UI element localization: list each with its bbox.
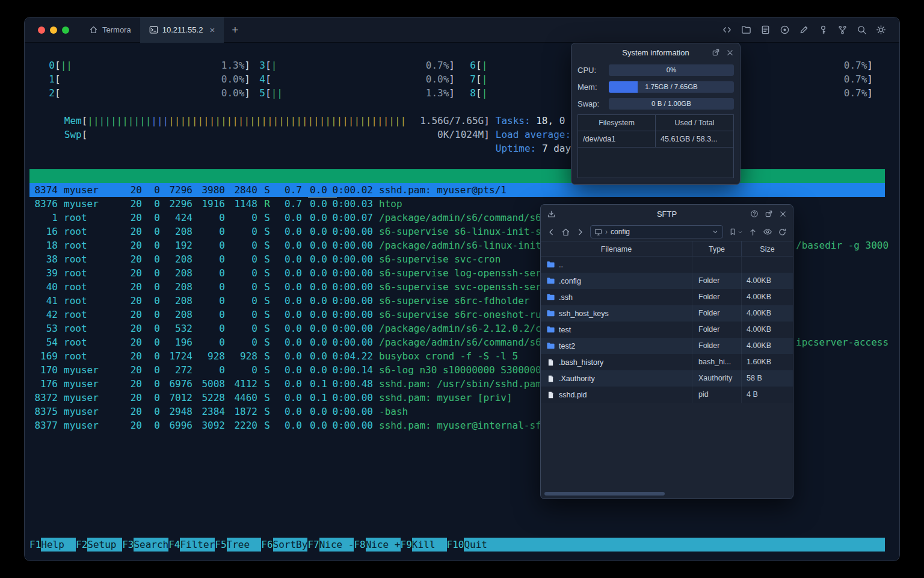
help-icon[interactable] — [750, 210, 759, 218]
fkey-label-f4[interactable]: Filter — [180, 538, 215, 552]
sysinfo-titlebar: System information — [571, 43, 740, 61]
file-row-.Xauthority[interactable]: .XauthorityXauthority58 B — [541, 370, 793, 387]
fkey-label-f1[interactable]: Help — [41, 538, 76, 552]
search-icon[interactable] — [857, 25, 867, 35]
mem-label: Mem: — [578, 82, 609, 92]
close-icon[interactable] — [779, 210, 787, 218]
notes-icon[interactable] — [760, 25, 771, 35]
fnbar-filler — [499, 538, 885, 552]
filesystem-row[interactable]: /dev/vda1 45.61GB / 58.3... — [578, 131, 733, 148]
file-row-..[interactable]: .. — [541, 256, 793, 273]
fkey-label-f10[interactable]: Quit — [464, 538, 499, 552]
swap-line: Swp[0K/1024M]Load average: 1.61 1 — [29, 114, 885, 128]
fkey-label-f6[interactable]: SortBy — [273, 538, 308, 552]
breadcrumb-current-folder[interactable]: config — [611, 228, 630, 236]
system-information-panel: System information CPU: 0% Mem: 1.75GB /… — [571, 43, 741, 185]
fkey-label-f2[interactable]: Setup — [87, 538, 122, 552]
file-row-test[interactable]: testFolder4.00KB — [541, 322, 793, 338]
fkey-label-f3[interactable]: Search — [134, 538, 168, 552]
file-name: .. — [559, 261, 563, 269]
folder-icon — [546, 276, 555, 285]
fkey-f3[interactable]: F3 — [122, 538, 134, 552]
fkey-f6[interactable]: F6 — [261, 538, 273, 552]
fs-col-used-total: Used / Total — [656, 115, 733, 131]
sftp-titlebar: SFTP — [541, 205, 793, 223]
cpu-meter-2: 2[0.0%] — [40, 86, 250, 100]
file-size: 4.00KB — [742, 338, 793, 354]
chevron-down-icon[interactable] — [712, 228, 719, 235]
file-row-ssh_host_keys[interactable]: ssh_host_keysFolder4.00KB — [541, 305, 793, 322]
upload-up-icon[interactable] — [748, 228, 757, 237]
file-table-header: Filename Type Size — [541, 241, 793, 256]
tab-host[interactable]: 10.211.55.2 × — [140, 17, 224, 43]
file-type: pid — [692, 387, 742, 403]
fkey-label-f5[interactable]: Tree — [227, 538, 262, 552]
filesystem-table-header: Filesystem Used / Total — [578, 115, 733, 131]
open-in-new-window-icon[interactable] — [712, 48, 720, 57]
code-icon[interactable] — [722, 25, 732, 35]
cpu-meter-1: 1[0.0%] — [40, 72, 250, 86]
open-in-new-window-icon[interactable] — [765, 210, 773, 218]
key-icon[interactable] — [818, 25, 828, 35]
cpu-usage-bar: 0% — [609, 64, 734, 76]
tab-close-icon[interactable]: × — [209, 25, 215, 34]
cpu-meter-row-1: 0[||1.3%]3[|0.7%]6[|0.7%] — [29, 58, 885, 72]
fkey-f2[interactable]: F2 — [76, 538, 87, 552]
fkey-f7[interactable]: F7 — [307, 538, 319, 552]
uptime-line: Uptime: 7 days, 16:2 — [29, 128, 885, 141]
home-icon — [89, 25, 98, 34]
file-row-.config[interactable]: .configFolder4.00KB — [541, 273, 793, 289]
window-zoom-button[interactable] — [62, 26, 69, 34]
swap-usage-bar: 0 B / 1.00GB — [609, 98, 734, 110]
fkey-f8[interactable]: F8 — [354, 538, 365, 552]
process-row-8374[interactable]: 8374myuser200729639802840S0.70.00:00.02s… — [29, 183, 885, 197]
fkey-f5[interactable]: F5 — [215, 538, 226, 552]
col-type[interactable]: Type — [692, 241, 742, 256]
fkey-f9[interactable]: F9 — [401, 538, 412, 552]
file-name: .ssh — [559, 293, 573, 302]
terminal-icon — [149, 25, 158, 34]
close-icon[interactable] — [726, 49, 734, 57]
horizontal-scrollbar-thumb[interactable] — [544, 492, 665, 496]
pencil-icon[interactable] — [799, 25, 809, 35]
settings-gear-icon[interactable] — [876, 25, 886, 35]
cpu-meter-4: 4[0.0%] — [251, 72, 455, 86]
col-size[interactable]: Size — [742, 241, 793, 256]
folder-icon[interactable] — [741, 25, 751, 35]
home-icon[interactable] — [561, 228, 570, 237]
fkey-label-f7[interactable]: Nice - — [319, 538, 354, 552]
fkey-label-f8[interactable]: Nice + — [366, 538, 401, 552]
file-row-test2[interactable]: test2Folder4.00KB — [541, 338, 793, 354]
file-row-.bash_history[interactable]: .bash_historybash_hi...1.60KB — [541, 354, 793, 370]
fs-used-total: 45.61GB / 58.3... — [656, 131, 733, 147]
fkey-f4[interactable]: F4 — [168, 538, 180, 552]
window-close-button[interactable] — [38, 26, 45, 34]
window-minimize-button[interactable] — [50, 26, 57, 34]
bookmark-icon[interactable] — [728, 228, 737, 236]
back-icon[interactable] — [547, 228, 556, 237]
cpu-meter-3: 3[|0.7%] — [251, 58, 455, 72]
show-hidden-eye-icon[interactable] — [763, 227, 772, 237]
record-icon[interactable] — [780, 25, 790, 35]
fkey-f10[interactable]: F10 — [447, 538, 464, 552]
process-table-header: PIDUSERPRINIVIRTRESSHRSCPU%▽MEM%TIME+Com… — [29, 169, 885, 183]
file-row-.ssh[interactable]: .sshFolder4.00KB — [541, 289, 793, 305]
mem-usage-bar: 1.75GB / 7.65GB — [609, 81, 734, 93]
new-tab-button[interactable]: + — [224, 23, 246, 37]
swap-label: Swap: — [578, 99, 609, 108]
command-overflow-text: /basedir -g 3000 — [796, 238, 889, 252]
file-name: .Xauthority — [559, 374, 595, 383]
col-filename[interactable]: Filename — [541, 241, 692, 256]
fkey-f1[interactable]: F1 — [29, 538, 41, 552]
forward-icon[interactable] — [576, 228, 585, 237]
file-row-sshd.pid[interactable]: sshd.pidpid4 B — [541, 387, 793, 403]
git-branch-icon[interactable] — [837, 25, 848, 35]
bookmark-dropdown-icon[interactable] — [738, 229, 743, 235]
folder-icon — [546, 309, 555, 318]
refresh-icon[interactable] — [778, 228, 787, 237]
tab-termora[interactable]: Termora — [80, 17, 140, 43]
fkey-label-f9[interactable]: Kill — [412, 538, 447, 552]
path-breadcrumb[interactable]: › config — [590, 225, 723, 238]
file-type: Folder — [692, 338, 742, 354]
htop-screen-tabs: MainI/O — [29, 155, 885, 169]
